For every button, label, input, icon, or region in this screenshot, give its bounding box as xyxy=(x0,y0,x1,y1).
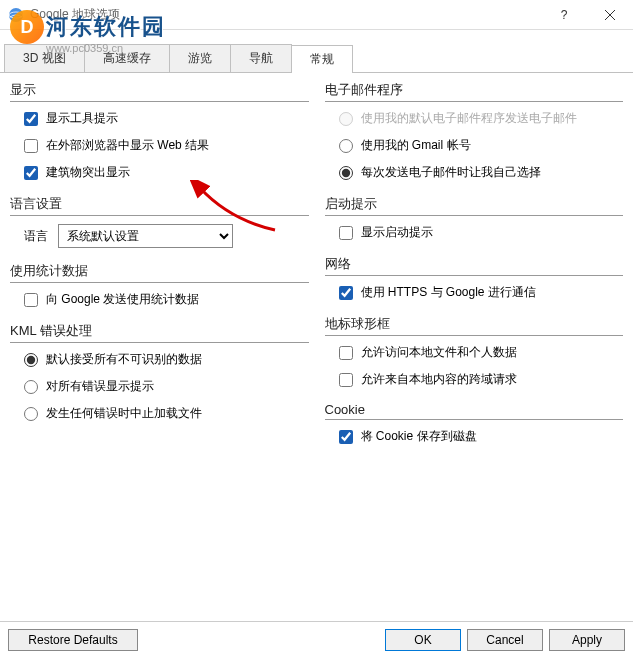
tab-3dview[interactable]: 3D 视图 xyxy=(4,44,85,72)
kml-prompt-row[interactable]: 对所有错误显示提示 xyxy=(24,378,309,395)
https-checkbox[interactable] xyxy=(339,286,353,300)
kml-prompt-label: 对所有错误显示提示 xyxy=(46,378,154,395)
cross-domain-label: 允许来自本地内容的跨域请求 xyxy=(361,371,517,388)
external-browser-row[interactable]: 在外部浏览器中显示 Web 结果 xyxy=(24,137,309,154)
app-icon xyxy=(8,7,24,23)
email-choose-label: 每次发送电子邮件时让我自己选择 xyxy=(361,164,541,181)
email-section: 电子邮件程序 使用我的默认电子邮件程序发送电子邮件 使用我的 Gmail 帐号 … xyxy=(325,81,624,181)
stats-section: 使用统计数据 向 Google 发送使用统计数据 xyxy=(10,262,309,308)
language-section: 语言设置 语言 系统默认设置 xyxy=(10,195,309,248)
window-title: Google 地球选项 xyxy=(30,6,541,23)
kml-accept-row[interactable]: 默认接受所有不可识别的数据 xyxy=(24,351,309,368)
close-button[interactable] xyxy=(587,0,633,30)
kml-abort-radio[interactable] xyxy=(24,407,38,421)
startup-section: 启动提示 显示启动提示 xyxy=(325,195,624,241)
display-section: 显示 显示工具提示 在外部浏览器中显示 Web 结果 建筑物突出显示 xyxy=(10,81,309,181)
tab-navigation[interactable]: 导航 xyxy=(230,44,292,72)
startup-title: 启动提示 xyxy=(325,195,624,213)
email-choose-row[interactable]: 每次发送电子邮件时让我自己选择 xyxy=(339,164,624,181)
cross-domain-checkbox[interactable] xyxy=(339,373,353,387)
email-default-label: 使用我的默认电子邮件程序发送电子邮件 xyxy=(361,110,577,127)
kml-accept-label: 默认接受所有不可识别的数据 xyxy=(46,351,202,368)
building-highlight-row[interactable]: 建筑物突出显示 xyxy=(24,164,309,181)
email-gmail-radio[interactable] xyxy=(339,139,353,153)
email-default-radio xyxy=(339,112,353,126)
cookie-disk-checkbox[interactable] xyxy=(339,430,353,444)
language-title: 语言设置 xyxy=(10,195,309,213)
language-label: 语言 xyxy=(24,228,48,245)
tab-cache[interactable]: 高速缓存 xyxy=(84,44,170,72)
email-default-row: 使用我的默认电子邮件程序发送电子邮件 xyxy=(339,110,624,127)
display-title: 显示 xyxy=(10,81,309,99)
tab-tour[interactable]: 游览 xyxy=(169,44,231,72)
cross-domain-row[interactable]: 允许来自本地内容的跨域请求 xyxy=(339,371,624,388)
cookie-disk-label: 将 Cookie 保存到磁盘 xyxy=(361,428,477,445)
globe-section: 地标球形框 允许访问本地文件和个人数据 允许来自本地内容的跨域请求 xyxy=(325,315,624,388)
external-browser-checkbox[interactable] xyxy=(24,139,38,153)
show-tooltips-checkbox[interactable] xyxy=(24,112,38,126)
tabs: 3D 视图 高速缓存 游览 导航 常规 xyxy=(0,44,633,73)
email-title: 电子邮件程序 xyxy=(325,81,624,99)
tab-general[interactable]: 常规 xyxy=(291,45,353,73)
send-stats-label: 向 Google 发送使用统计数据 xyxy=(46,291,199,308)
https-row[interactable]: 使用 HTTPS 与 Google 进行通信 xyxy=(339,284,624,301)
help-button[interactable]: ? xyxy=(541,0,587,30)
local-files-row[interactable]: 允许访问本地文件和个人数据 xyxy=(339,344,624,361)
email-gmail-label: 使用我的 Gmail 帐号 xyxy=(361,137,471,154)
show-tooltips-label: 显示工具提示 xyxy=(46,110,118,127)
show-tooltips-row[interactable]: 显示工具提示 xyxy=(24,110,309,127)
stats-title: 使用统计数据 xyxy=(10,262,309,280)
email-choose-radio[interactable] xyxy=(339,166,353,180)
network-title: 网络 xyxy=(325,255,624,273)
building-highlight-checkbox[interactable] xyxy=(24,166,38,180)
send-stats-checkbox[interactable] xyxy=(24,293,38,307)
email-gmail-row[interactable]: 使用我的 Gmail 帐号 xyxy=(339,137,624,154)
restore-defaults-button[interactable]: Restore Defaults xyxy=(8,629,138,651)
external-browser-label: 在外部浏览器中显示 Web 结果 xyxy=(46,137,209,154)
send-stats-row[interactable]: 向 Google 发送使用统计数据 xyxy=(24,291,309,308)
startup-tips-checkbox[interactable] xyxy=(339,226,353,240)
startup-tips-label: 显示启动提示 xyxy=(361,224,433,241)
building-highlight-label: 建筑物突出显示 xyxy=(46,164,130,181)
globe-title: 地标球形框 xyxy=(325,315,624,333)
kml-section: KML 错误处理 默认接受所有不可识别的数据 对所有错误显示提示 发生任何错误时… xyxy=(10,322,309,422)
cookie-disk-row[interactable]: 将 Cookie 保存到磁盘 xyxy=(339,428,624,445)
local-files-checkbox[interactable] xyxy=(339,346,353,360)
cancel-button[interactable]: Cancel xyxy=(467,629,543,651)
local-files-label: 允许访问本地文件和个人数据 xyxy=(361,344,517,361)
kml-accept-radio[interactable] xyxy=(24,353,38,367)
ok-button[interactable]: OK xyxy=(385,629,461,651)
cookie-title: Cookie xyxy=(325,402,624,417)
language-select[interactable]: 系统默认设置 xyxy=(58,224,233,248)
titlebar: Google 地球选项 ? xyxy=(0,0,633,30)
kml-abort-label: 发生任何错误时中止加载文件 xyxy=(46,405,202,422)
footer: Restore Defaults OK Cancel Apply xyxy=(0,621,633,657)
https-label: 使用 HTTPS 与 Google 进行通信 xyxy=(361,284,536,301)
kml-abort-row[interactable]: 发生任何错误时中止加载文件 xyxy=(24,405,309,422)
network-section: 网络 使用 HTTPS 与 Google 进行通信 xyxy=(325,255,624,301)
kml-title: KML 错误处理 xyxy=(10,322,309,340)
kml-prompt-radio[interactable] xyxy=(24,380,38,394)
apply-button[interactable]: Apply xyxy=(549,629,625,651)
cookie-section: Cookie 将 Cookie 保存到磁盘 xyxy=(325,402,624,445)
startup-tips-row[interactable]: 显示启动提示 xyxy=(339,224,624,241)
